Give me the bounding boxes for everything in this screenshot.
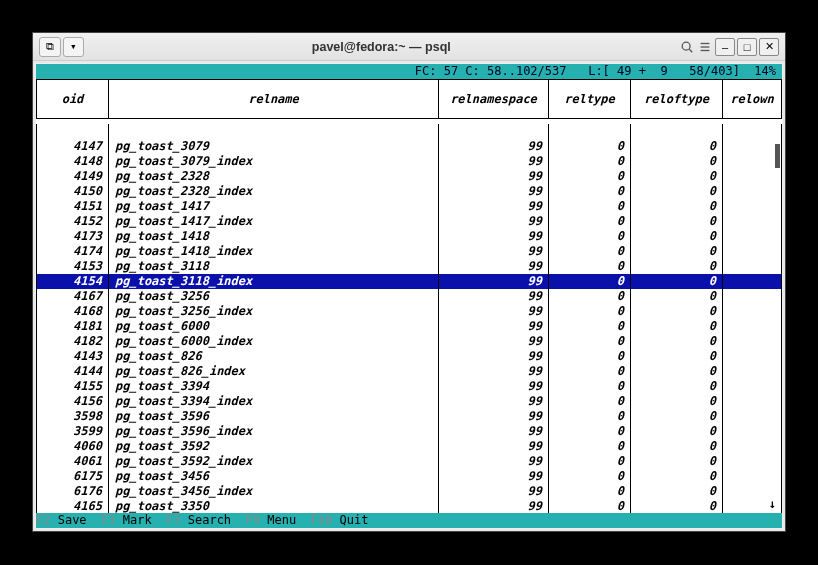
table-row[interactable]: 4061pg_toast_3592_index9900	[37, 454, 782, 469]
scrollbar-thumb[interactable]	[775, 144, 780, 168]
col-relowner: relown	[723, 80, 782, 119]
table-row[interactable]: 4143pg_toast_8269900	[37, 349, 782, 364]
new-tab-button[interactable]: ⧉	[39, 37, 61, 57]
menu-icon[interactable]	[697, 39, 713, 55]
col-reloftype: reloftype	[631, 80, 723, 119]
table-row[interactable]: 4174pg_toast_1418_index9900	[37, 244, 782, 259]
svg-point-0	[682, 42, 690, 50]
table-row[interactable]: 4149pg_toast_23289900	[37, 169, 782, 184]
terminal-window: ⧉ ▾ pavel@fedora:~ — psql – □ ✕ FC: 57 C…	[32, 32, 786, 532]
table-header: oid relname relnamespace reltype relofty…	[36, 79, 782, 124]
table-row[interactable]: 4168pg_toast_3256_index9900	[37, 304, 782, 319]
table-row[interactable]: 4181pg_toast_60009900	[37, 319, 782, 334]
table-row[interactable]: 4167pg_toast_32569900	[37, 289, 782, 304]
table-row[interactable]: 4173pg_toast_14189900	[37, 229, 782, 244]
table-row[interactable]: 6176pg_toast_3456_index9900	[37, 484, 782, 499]
footer-bar: F2 Save F3 Mark F7 Search F9 Menu F10 Qu…	[36, 513, 782, 528]
table-row[interactable]: 4144pg_toast_826_index9900	[37, 364, 782, 379]
table-row[interactable]: 4147pg_toast_30799900	[37, 139, 782, 154]
col-reltype: reltype	[549, 80, 631, 119]
scroll-down-indicator: ↓	[769, 497, 776, 511]
col-relnamespace: relnamespace	[439, 80, 549, 119]
status-line-top: FC: 57 C: 58..102/537 L:[ 49 + 9 58/403]…	[36, 64, 782, 79]
table-row[interactable]: 4182pg_toast_6000_index9900	[37, 334, 782, 349]
table-row[interactable]: 3598pg_toast_35969900	[37, 409, 782, 424]
table-row[interactable]: 4151pg_toast_14179900	[37, 199, 782, 214]
table-row[interactable]: 3599pg_toast_3596_index9900	[37, 424, 782, 439]
table-row[interactable]: 4154pg_toast_3118_index9900	[37, 274, 782, 289]
tab-menu-button[interactable]: ▾	[63, 37, 84, 57]
table-row[interactable]: 4153pg_toast_31189900	[37, 259, 782, 274]
titlebar: ⧉ ▾ pavel@fedora:~ — psql – □ ✕	[33, 33, 785, 61]
close-button[interactable]: ✕	[759, 38, 779, 56]
search-icon[interactable]	[679, 39, 695, 55]
table-row[interactable]: 4156pg_toast_3394_index9900	[37, 394, 782, 409]
table-row[interactable]: 4152pg_toast_1417_index9900	[37, 214, 782, 229]
table-row[interactable]: 6175pg_toast_34569900	[37, 469, 782, 484]
window-title: pavel@fedora:~ — psql	[88, 40, 675, 54]
table-row[interactable]: 4155pg_toast_33949900	[37, 379, 782, 394]
table-row[interactable]: 4150pg_toast_2328_index9900	[37, 184, 782, 199]
table-row[interactable]: 4060pg_toast_35929900	[37, 439, 782, 454]
col-relname: relname	[109, 80, 439, 119]
terminal-viewport: FC: 57 C: 58..102/537 L:[ 49 + 9 58/403]…	[35, 63, 783, 529]
svg-line-1	[689, 49, 692, 52]
table-row[interactable]: 4148pg_toast_3079_index9900	[37, 154, 782, 169]
table-body[interactable]: 4147pg_toast_307999004148pg_toast_3079_i…	[36, 124, 782, 513]
col-oid: oid	[37, 80, 109, 119]
minimize-button[interactable]: –	[715, 38, 735, 56]
table-row[interactable]: 4165pg_toast_33509900	[37, 499, 782, 513]
maximize-button[interactable]: □	[737, 38, 757, 56]
